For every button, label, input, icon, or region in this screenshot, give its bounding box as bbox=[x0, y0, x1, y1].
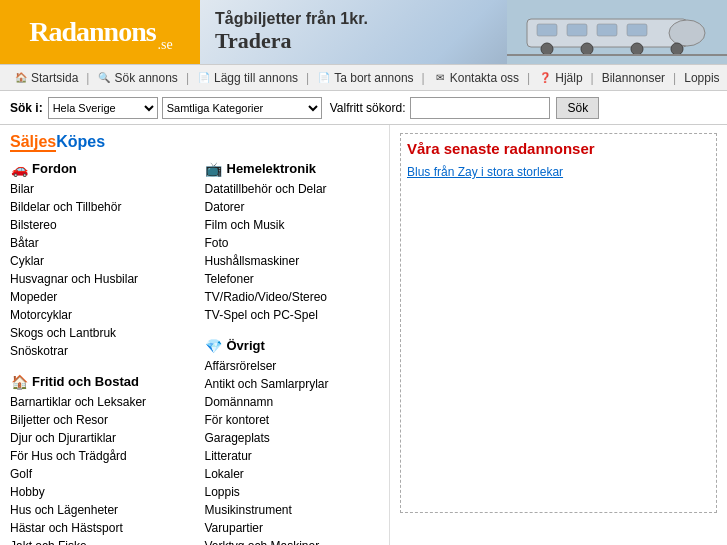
category-link[interactable]: Varupartier bbox=[205, 519, 380, 537]
category-link[interactable]: Litteratur bbox=[205, 447, 380, 465]
category-link[interactable]: Garageplats bbox=[205, 429, 380, 447]
svg-rect-4 bbox=[567, 24, 587, 36]
hemelektronik-links: Datatillbehör och DelarDatorerFilm och M… bbox=[205, 180, 380, 324]
category-link[interactable]: Båtar bbox=[10, 234, 185, 252]
nav-loppis[interactable]: Loppis bbox=[678, 71, 725, 85]
logo: Radannons.se bbox=[29, 16, 171, 48]
category-fordon: 🚗 Fordon BilarBildelar och TillbehörBils… bbox=[10, 161, 185, 360]
category-link[interactable]: TV-Spel och PC-Spel bbox=[205, 306, 380, 324]
right-panel-border: Våra senaste radannonser Blus från Zay i… bbox=[400, 133, 717, 513]
category-link[interactable]: Jakt och Fiske bbox=[10, 537, 185, 545]
nav-hjalp[interactable]: ❓ Hjälp bbox=[532, 71, 588, 85]
category-link[interactable]: Lokaler bbox=[205, 465, 380, 483]
category-link[interactable]: Golf bbox=[10, 465, 185, 483]
category-link[interactable]: Hästar och Hästsport bbox=[10, 519, 185, 537]
category-select[interactable]: Samtliga Kategorier bbox=[162, 97, 322, 119]
nav-sok-annons[interactable]: 🔍 Sök annons bbox=[91, 71, 183, 85]
category-link[interactable]: För Hus och Trädgård bbox=[10, 447, 185, 465]
category-link[interactable]: Hushållsmaskiner bbox=[205, 252, 380, 270]
main-content: SäljesKöpes 🚗 Fordon BilarBildelar och T… bbox=[0, 125, 727, 545]
category-grid: 🚗 Fordon BilarBildelar och TillbehörBils… bbox=[10, 161, 379, 545]
category-link[interactable]: Domännamn bbox=[205, 393, 380, 411]
tab-saljes[interactable]: Säljes bbox=[10, 133, 56, 152]
nav-lagg-till[interactable]: 📄 Lägg till annons bbox=[191, 71, 304, 85]
category-link[interactable]: Motorcyklar bbox=[10, 306, 185, 324]
category-link[interactable]: Telefoner bbox=[205, 270, 380, 288]
category-hemelektronik: 📺 Hemelektronik Datatillbehör och DelarD… bbox=[205, 161, 380, 324]
fordon-header: 🚗 Fordon bbox=[10, 161, 185, 176]
header: Radannons.se Tågbiljetter från 1kr. Trad… bbox=[0, 0, 727, 65]
search-input[interactable] bbox=[410, 97, 550, 119]
ovrigt-links: AffärsrörelserAntikt och SamlarprylarDom… bbox=[205, 357, 380, 545]
category-link[interactable]: För kontoret bbox=[205, 411, 380, 429]
category-link[interactable]: Hus och Lägenheter bbox=[10, 501, 185, 519]
help-icon: ❓ bbox=[538, 71, 552, 85]
category-link[interactable]: Film och Musik bbox=[205, 216, 380, 234]
svg-point-2 bbox=[669, 20, 705, 46]
nav-bilannonser[interactable]: Bilannonser bbox=[596, 71, 671, 85]
category-link[interactable]: Affärsrörelser bbox=[205, 357, 380, 375]
search-label: Sök i: bbox=[10, 101, 43, 115]
category-link[interactable]: Husvagnar och Husbilar bbox=[10, 270, 185, 288]
search-button[interactable]: Sök bbox=[556, 97, 599, 119]
category-link[interactable]: Antikt och Samlarprylar bbox=[205, 375, 380, 393]
remove-icon: 📄 bbox=[317, 71, 331, 85]
category-link[interactable]: TV/Radio/Video/Stereo bbox=[205, 288, 380, 306]
left-panel: SäljesKöpes 🚗 Fordon BilarBildelar och T… bbox=[0, 125, 390, 545]
tab-kopes[interactable]: Köpes bbox=[56, 133, 105, 150]
home-icon: 🏠 bbox=[14, 71, 28, 85]
svg-rect-3 bbox=[537, 24, 557, 36]
category-link[interactable]: Barnartiklar och Leksaker bbox=[10, 393, 185, 411]
category-link[interactable]: Bilar bbox=[10, 180, 185, 198]
tab-area: SäljesKöpes bbox=[10, 133, 379, 151]
category-link[interactable]: Djur och Djurartiklar bbox=[10, 429, 185, 447]
category-link[interactable]: Bildelar och Tillbehör bbox=[10, 198, 185, 216]
hemelektronik-header: 📺 Hemelektronik bbox=[205, 161, 380, 176]
search-icon: 🔍 bbox=[97, 71, 111, 85]
svg-rect-5 bbox=[597, 24, 617, 36]
fordon-links: BilarBildelar och TillbehörBilstereoBåta… bbox=[10, 180, 185, 360]
svg-point-7 bbox=[541, 43, 553, 55]
nav-ta-bort[interactable]: 📄 Ta bort annons bbox=[311, 71, 419, 85]
ovrigt-header: 💎 Övrigt bbox=[205, 338, 380, 353]
mail-icon: ✉ bbox=[433, 71, 447, 85]
category-link[interactable]: Verktyg och Maskiner bbox=[205, 537, 380, 545]
free-text-label: Valfritt sökord: bbox=[330, 101, 406, 115]
category-link[interactable]: Musikinstrument bbox=[205, 501, 380, 519]
right-panel: Våra senaste radannonser Blus från Zay i… bbox=[390, 125, 727, 545]
category-link[interactable]: Datorer bbox=[205, 198, 380, 216]
category-link[interactable]: Mopeder bbox=[10, 288, 185, 306]
region-select[interactable]: Hela Sverige bbox=[48, 97, 158, 119]
category-ovrigt: 💎 Övrigt AffärsrörelserAntikt och Samlar… bbox=[205, 338, 380, 545]
recent-ad-link[interactable]: Blus från Zay i stora storlekar bbox=[407, 165, 563, 179]
nav-kontakta[interactable]: ✉ Kontakta oss bbox=[427, 71, 525, 85]
category-link[interactable]: Cyklar bbox=[10, 252, 185, 270]
nav-bar: 🏠 Startsida | 🔍 Sök annons | 📄 Lägg till… bbox=[0, 65, 727, 91]
logo-text: Radannons bbox=[29, 16, 155, 47]
svg-point-10 bbox=[671, 43, 683, 55]
category-link[interactable]: Bilstereo bbox=[10, 216, 185, 234]
category-link[interactable]: Foto bbox=[205, 234, 380, 252]
fritid-icon: 🏠 bbox=[10, 375, 28, 389]
train-illustration bbox=[507, 0, 727, 64]
search-bar: Sök i: Hela Sverige Samtliga Kategorier … bbox=[0, 91, 727, 125]
svg-point-9 bbox=[631, 43, 643, 55]
hemelektronik-icon: 📺 bbox=[205, 162, 223, 176]
category-link[interactable]: Datatillbehör och Delar bbox=[205, 180, 380, 198]
category-link[interactable]: Biljetter och Resor bbox=[10, 411, 185, 429]
fritid-links: Barnartiklar och LeksakerBiljetter och R… bbox=[10, 393, 185, 545]
fritid-header: 🏠 Fritid och Bostad bbox=[10, 374, 185, 389]
recent-ads-title: Våra senaste radannonser bbox=[407, 140, 710, 157]
add-icon: 📄 bbox=[197, 71, 211, 85]
category-link[interactable]: Loppis bbox=[205, 483, 380, 501]
category-link[interactable]: Hobby bbox=[10, 483, 185, 501]
logo-area: Radannons.se bbox=[0, 0, 200, 64]
banner-tagbiljetter: Tågbiljetter från 1kr. bbox=[215, 10, 368, 28]
nav-startsida[interactable]: 🏠 Startsida bbox=[8, 71, 84, 85]
category-col-right: 📺 Hemelektronik Datatillbehör och DelarD… bbox=[205, 161, 380, 545]
category-link[interactable]: Snöskotrar bbox=[10, 342, 185, 360]
category-link[interactable]: Skogs och Lantbruk bbox=[10, 324, 185, 342]
svg-point-8 bbox=[581, 43, 593, 55]
fordon-icon: 🚗 bbox=[10, 162, 28, 176]
banner-tradera: Tradera bbox=[215, 28, 368, 54]
